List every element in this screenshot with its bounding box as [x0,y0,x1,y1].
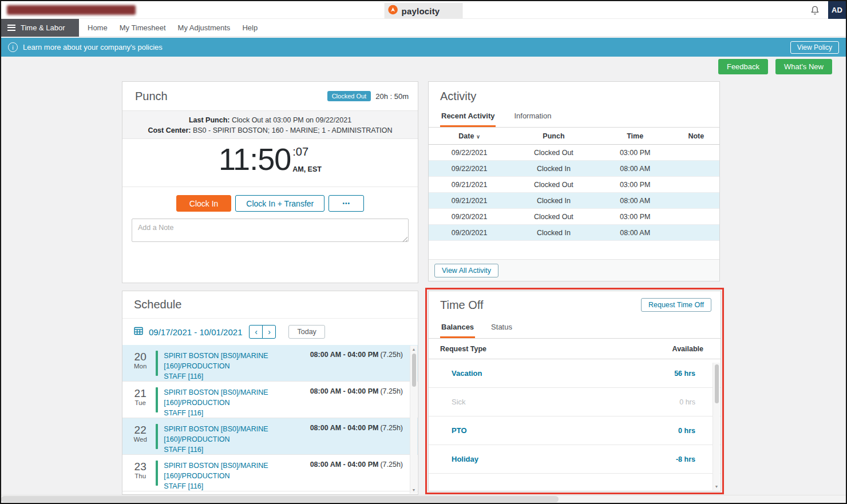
day-number: 22 [130,424,150,436]
schedule-row: 21 Tue SPIRIT BOSTON [BS0]/MARINE [160]/… [122,382,418,418]
time-off-row: PTO 0 hrs [429,416,721,445]
page-action-buttons: Feedback What's New [718,59,832,74]
shift-hours: (7.25h) [380,387,403,395]
shift-time-range: 08:00 AM - 04:00 PM [310,351,379,359]
cell-punch: Clocked In [510,165,597,173]
column-date[interactable]: Date∨ [429,132,510,140]
horizontal-scrollbar-thumb[interactable] [1,496,559,502]
today-button[interactable]: Today [288,325,324,339]
schedule-nav-group: ‹ › [249,325,276,339]
schedule-day: 22 Wed [130,418,150,454]
tab-information[interactable]: Information [513,108,552,127]
scroll-up-icon[interactable]: ▲ [410,347,417,351]
shift-hours: (7.25h) [380,424,403,432]
column-request-type: Request Type [440,345,486,353]
activity-row: 09/20/2021 Clocked Out 03:00 PM [429,209,719,225]
activity-table-body: 09/22/2021 Clocked Out 03:00 PM 09/22/20… [429,145,719,241]
paylocity-logo-icon [388,5,398,17]
schedule-title: Schedule [134,298,181,311]
shift-time: 08:00 AM - 04:00 PM(7.25h) [310,418,403,454]
shift-color-bar [156,461,158,486]
shift-time-range: 08:00 AM - 04:00 PM [310,387,379,395]
app-window: paylocity AD Time & Labor Home My Timesh… [0,0,847,504]
shift-time-range: 08:00 AM - 04:00 PM [310,461,379,469]
tab-status[interactable]: Status [490,319,513,338]
nav-items: Home My Timesheet My Adjustments Help [79,19,258,37]
whats-new-button[interactable]: What's New [775,59,832,74]
shift-time-range: 08:00 AM - 04:00 PM [310,424,379,432]
cell-date: 09/20/2021 [429,229,510,237]
time-off-row: Sick 0 hrs [429,388,721,416]
request-type-link[interactable]: Vacation [452,369,482,378]
cell-punch: Clocked Out [510,181,597,189]
cell-date: 09/22/2021 [429,165,510,173]
clock-in-button[interactable]: Clock In [176,195,232,212]
view-all-activity-button[interactable]: View All Activity [434,264,498,277]
nav-item-home[interactable]: Home [88,23,108,32]
cost-center-line1: SPIRIT BOSTON [BS0]/MARINE [160]/PRODUCT… [164,351,310,371]
shift-cost-center: SPIRIT BOSTON [BS0]/MARINE [160]/PRODUCT… [164,418,310,454]
schedule-card-header: Schedule [122,291,418,319]
request-type-link[interactable]: PTO [452,426,467,435]
shift-cost-center: SPIRIT BOSTON [BS0]/MARINE [160]/PRODUCT… [164,455,310,491]
cell-time: 08:00 AM [597,197,673,205]
day-number: 23 [130,461,150,473]
shift-hours: (7.25h) [380,461,403,469]
view-policy-button[interactable]: View Policy [790,41,839,54]
prev-week-button[interactable]: ‹ [249,325,263,339]
cell-time: 03:00 PM [597,181,673,189]
paylocity-logo: paylocity [385,3,463,19]
activity-card-header: Activity [429,82,719,108]
activity-card: Activity Recent Activity Information Dat… [428,81,720,281]
tab-balances[interactable]: Balances [440,319,475,338]
scrollbar-thumb[interactable] [412,354,416,387]
cell-time: 03:00 PM [597,213,673,221]
time-off-row [429,474,721,491]
avatar[interactable]: AD [828,1,846,19]
hamburger-icon [7,25,15,31]
schedule-date-range[interactable]: 09/17/2021 - 10/01/2021 [149,327,242,337]
tab-recent-activity[interactable]: Recent Activity [440,108,496,127]
feedback-button[interactable]: Feedback [718,59,768,74]
shift-time: 08:00 AM - 04:00 PM(7.25h) [310,382,403,418]
punch-card-header: Punch Clocked Out 20h : 50m [122,82,418,110]
add-note-input[interactable] [132,219,409,242]
info-icon: i [8,42,18,52]
request-type-link[interactable]: Sick [452,398,466,406]
cell-time: 08:00 AM [597,165,673,173]
main-nav: Time & Labor Home My Timesheet My Adjust… [1,19,846,37]
clock-seconds: :07 [292,145,322,158]
nav-item-help[interactable]: Help [242,23,258,32]
shift-color-bar [156,387,158,412]
app-menu-button[interactable]: Time & Labor [1,19,79,37]
punch-buttons: Clock In Clock In + Transfer ••• [122,195,418,212]
more-options-button[interactable]: ••• [328,195,364,212]
nav-item-my-timesheet[interactable]: My Timesheet [120,23,166,32]
schedule-scrollbar[interactable]: ▲ ▼ [410,346,417,494]
weekday: Mon [130,363,150,370]
time-off-table-header: Request Type Available [429,339,721,359]
available-hours: -8 hrs [676,455,695,463]
clock-in-transfer-button[interactable]: Clock In + Transfer [235,195,324,212]
paylocity-logo-text: paylocity [402,6,440,16]
schedule-row: 22 Wed SPIRIT BOSTON [BS0]/MARINE [160]/… [122,418,418,455]
next-week-button[interactable]: › [262,325,276,339]
activity-title: Activity [440,90,476,102]
scroll-down-icon[interactable]: ▼ [410,488,417,492]
horizontal-scrollbar[interactable] [1,495,846,503]
column-time: Time [597,132,673,140]
notifications-bell-icon[interactable] [809,5,821,16]
cost-center-line1: SPIRIT BOSTON [BS0]/MARINE [160]/PRODUCT… [164,461,310,481]
cell-date: 09/21/2021 [429,181,510,189]
request-type-link[interactable]: Holiday [452,455,478,463]
schedule-controls: 09/17/2021 - 10/01/2021 ‹ › Today [122,319,418,345]
schedule-day: 21 Tue [130,382,150,418]
scroll-down-icon[interactable]: ▼ [713,485,720,489]
request-time-off-button[interactable]: Request Time Off [641,298,711,312]
scrollbar-thumb[interactable] [715,364,719,403]
nav-item-my-adjustments[interactable]: My Adjustments [178,23,231,32]
schedule-row: 23 Thu SPIRIT BOSTON [BS0]/MARINE [160]/… [122,455,418,491]
cell-punch: Clocked In [510,229,597,237]
time-off-scrollbar[interactable]: ▼ [713,363,720,490]
shift-color-bar [156,424,158,449]
